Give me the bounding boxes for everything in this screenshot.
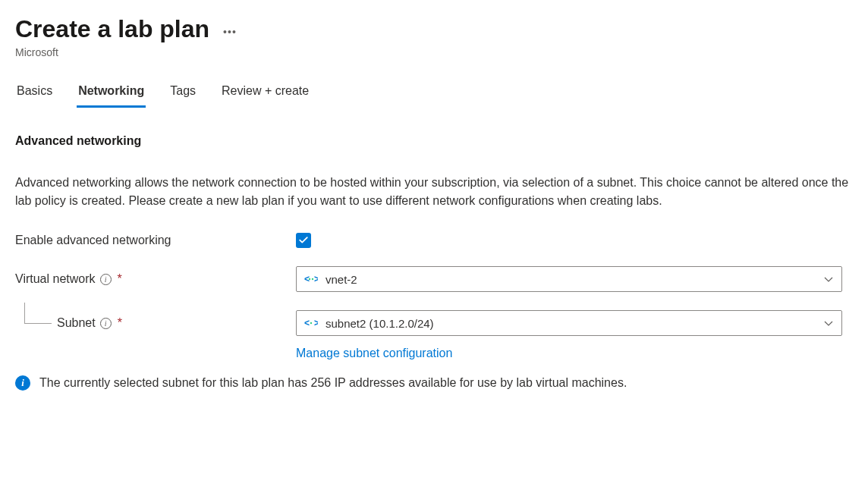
manage-subnet-row: Manage subnet configuration — [15, 341, 853, 360]
svg-text:<: < — [304, 318, 310, 328]
section-description: Advanced networking allows the network c… — [15, 174, 850, 210]
checkmark-icon — [298, 235, 309, 246]
svg-point-2 — [312, 278, 313, 280]
svg-text:>: > — [314, 318, 318, 328]
tab-tags[interactable]: Tags — [168, 78, 197, 108]
tabs: Basics Networking Tags Review + create — [15, 78, 853, 108]
info-circle-icon: i — [15, 375, 30, 391]
chevron-down-icon — [823, 318, 834, 328]
subnet-select[interactable]: < > subnet2 (10.1.2.0/24) — [296, 310, 842, 336]
enable-advanced-networking-checkbox[interactable] — [296, 233, 311, 248]
svg-point-1 — [309, 278, 310, 280]
manage-subnet-link[interactable]: Manage subnet configuration — [296, 347, 452, 360]
svg-text:>: > — [314, 274, 318, 284]
svg-point-5 — [310, 322, 312, 324]
tab-basics[interactable]: Basics — [15, 78, 54, 108]
select-content: < > subnet2 (10.1.2.0/24) — [304, 317, 434, 330]
select-content: < > vnet-2 — [304, 273, 357, 286]
page-header: Create a lab plan ••• Microsoft — [15, 15, 853, 58]
info-message: The currently selected subnet for this l… — [39, 376, 627, 390]
required-indicator: * — [118, 316, 122, 330]
tab-review-create[interactable]: Review + create — [220, 78, 310, 108]
virtual-network-label: Virtual network i * — [15, 272, 296, 286]
enable-advanced-networking-label: Enable advanced networking — [15, 234, 296, 247]
tree-connector — [24, 303, 52, 324]
row-virtual-network: Virtual network i * < > vnet-2 — [15, 266, 853, 292]
page-subtitle: Microsoft — [15, 46, 853, 58]
title-row: Create a lab plan ••• — [15, 15, 853, 43]
subnet-label: Subnet i * — [15, 316, 296, 330]
virtual-network-value: vnet-2 — [326, 273, 357, 286]
vnet-icon: < > — [304, 274, 318, 284]
page-title: Create a lab plan — [15, 15, 209, 43]
required-indicator: * — [118, 272, 122, 286]
row-subnet: Subnet i * < > subnet2 (10.1.2.0/24) — [15, 310, 853, 336]
spacer — [15, 341, 296, 360]
row-enable-advanced-networking: Enable advanced networking — [15, 233, 853, 248]
subnet-label-text: Subnet — [57, 316, 96, 330]
more-icon[interactable]: ••• — [223, 21, 237, 38]
section-title: Advanced networking — [15, 134, 853, 148]
info-icon[interactable]: i — [100, 318, 112, 329]
subnet-value: subnet2 (10.1.2.0/24) — [326, 317, 434, 330]
subnet-icon: < > — [304, 318, 318, 328]
info-icon[interactable]: i — [100, 274, 112, 285]
virtual-network-select[interactable]: < > vnet-2 — [296, 266, 842, 292]
virtual-network-label-text: Virtual network — [15, 272, 96, 286]
info-banner: i The currently selected subnet for this… — [15, 375, 853, 391]
chevron-down-icon — [823, 274, 834, 284]
tab-networking[interactable]: Networking — [77, 78, 146, 108]
